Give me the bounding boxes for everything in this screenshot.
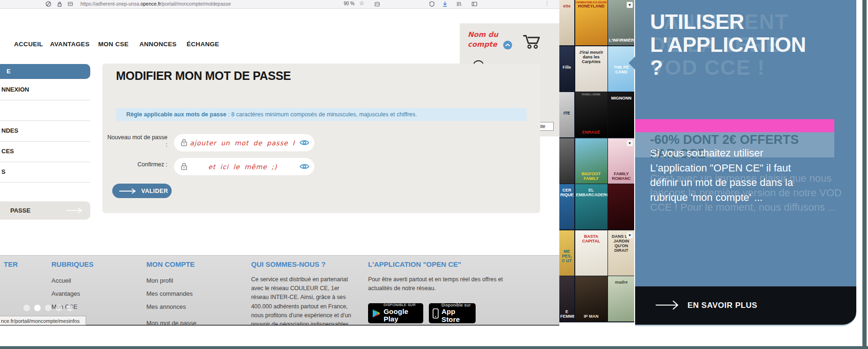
sidebar-item[interactable]: NDES [0, 121, 90, 142]
panel-left-notch [629, 57, 635, 70]
shield-permissions-icon[interactable] [45, 1, 51, 7]
poster-title: BASTA CAPITAL [576, 234, 607, 243]
footer-link-mes-annonces[interactable]: Mes annonces [146, 303, 186, 310]
footer-link-mon-profil[interactable]: Mon profil [146, 277, 173, 284]
slide-title: UTILISER L'APPLICATION ? [650, 10, 806, 79]
movie-poster: Fille [559, 46, 574, 92]
sidebar-menu: NNEXION NDES CES S [0, 80, 90, 203]
account-name[interactable]: Nom du compte [468, 30, 498, 50]
footer-rubriques-heading: RUBRIQUES [51, 260, 94, 268]
movie-poster [608, 184, 634, 229]
movie-poster: J'irai mourir dans les CarpAtes [575, 46, 608, 92]
movie-poster: CER RIQUE [559, 184, 574, 229]
window-edge-bottom [0, 346, 868, 349]
movie-poster: 2 NOMINATIONS AUX OSCARSHONEYLAND [575, 0, 608, 45]
movie-poster: E FEMME [559, 276, 574, 321]
lock-icon [181, 162, 188, 171]
arrow-right-icon [119, 188, 137, 194]
nav-echange[interactable]: ÉCHANGE [187, 41, 219, 48]
movie-poster: BIGFOOT FAMILY [575, 138, 608, 184]
favorite-heart-icon: ♥ [627, 232, 633, 238]
nav-mon-cse[interactable]: MON CSE [98, 41, 129, 48]
status-bar-link-preview: nce.fr/portail/moncompte/mesinfos [0, 316, 86, 325]
new-password-input[interactable] [174, 134, 314, 151]
footer-qui-text: Ce service est distribué en partenariat … [251, 275, 351, 326]
poster-title: ette [560, 4, 573, 8]
nav-avantages[interactable]: AVANTAGES [50, 41, 89, 48]
zoom-level[interactable]: 90 % [344, 1, 354, 6]
sidebar-item[interactable]: NNEXION [0, 80, 90, 100]
movie-poster: madre [608, 276, 634, 321]
library-icon[interactable] [456, 1, 462, 7]
carousel-dot[interactable] [66, 305, 73, 311]
footer-link-mot-de-passe[interactable]: Mon mot de passe [146, 320, 196, 326]
poster-title: ME PES, C UT [560, 249, 573, 263]
poster-title: CER RIQUE [560, 188, 573, 197]
poster-title: madre [609, 280, 634, 285]
google-play-badge[interactable]: DISPONIBLE SURGoogle Play [368, 303, 423, 323]
poster-title: HONEYLAND [576, 4, 607, 8]
sidebar-item-active-top[interactable]: E [0, 64, 90, 79]
footer-link-avantages[interactable]: Avantages [51, 290, 80, 297]
star-icon[interactable]: ☆ [359, 0, 364, 7]
nav-annonces[interactable]: ANNONCES [139, 41, 177, 48]
poster-title: IP MAN [576, 314, 607, 319]
confirm-password-input[interactable] [174, 158, 314, 175]
promo-panel: LANCEMENT DE LA 1ERE VOD CCE ! UTILISER … [635, 0, 856, 286]
poster-wall: ette2 NOMINATIONS AUX OSCARSHONEYLANDL'I… [559, 0, 634, 322]
sidebar-item[interactable]: S [0, 162, 90, 183]
arrow-right-icon [655, 299, 681, 311]
chevron-up-icon[interactable] [503, 41, 512, 50]
footer-link-accueil[interactable]: Accueil [51, 277, 71, 284]
download-icon[interactable] [442, 1, 448, 7]
reader-icon[interactable] [67, 1, 73, 7]
en-savoir-plus-button[interactable]: EN SAVOIR PLUS [635, 286, 856, 326]
movie-poster: FAMILY ROMANC♥ [608, 138, 634, 184]
movie-poster: L'INFIRMIÈRE♥ [608, 0, 634, 45]
valider-label: VALIDER [141, 188, 168, 194]
window-edge-right [862, 0, 867, 349]
carousel-dot[interactable] [45, 305, 51, 311]
footer-qui-heading: QUI SOMMES-NOUS ? [251, 260, 326, 268]
lock-icon [181, 138, 188, 147]
url-prefix: https://adherent-snep-unsa. [80, 1, 140, 7]
nav-accueil[interactable]: ACCUEIL [14, 41, 43, 48]
carousel-dot[interactable] [23, 305, 30, 311]
menu-dots-icon[interactable]: ⋮ [544, 0, 550, 7]
sidebar-item-mot-de-passe[interactable]: PASSE [0, 201, 90, 220]
poster-title: EL EMBARCADERO [576, 188, 607, 197]
eye-icon[interactable] [299, 163, 310, 170]
poster-title: MIGNONN [609, 96, 634, 100]
poster-title: ENRAGÉ [576, 130, 607, 135]
footer-app-text: Pour être averti partout et en temps rée… [368, 275, 504, 293]
valider-button[interactable]: VALIDER [112, 184, 172, 198]
carousel-dot-active[interactable] [34, 305, 41, 311]
extension-icon[interactable] [374, 1, 380, 7]
footer-contact-heading: TER [4, 260, 18, 268]
browser-toolbar: https://adherent-snep-unsa.opence.fr/por… [0, 0, 559, 9]
shield-check-icon[interactable] [429, 1, 435, 7]
url-bar[interactable]: https://adherent-snep-unsa.opence.fr/por… [80, 1, 231, 7]
cart-icon[interactable] [521, 32, 542, 50]
password-card: MODIFIER MON MOT DE PASSE Règle applicab… [102, 64, 540, 213]
footer: TER RUBRIQUES Accueil Avantages Mon CSE … [0, 255, 559, 326]
phone-icon [433, 308, 439, 319]
favorite-heart-icon: ♥ [627, 2, 633, 8]
movie-poster: ette [559, 0, 574, 45]
app-store-badge[interactable]: Disponible surApp Store [429, 303, 476, 323]
lock-icon[interactable] [57, 1, 63, 7]
carousel-dots [23, 305, 73, 311]
movie-poster [559, 138, 574, 184]
confirm-password-label: Confirmez : [107, 161, 167, 168]
sidebar-item[interactable]: CES [0, 142, 90, 162]
sidebar-icon[interactable] [471, 1, 477, 7]
poster-title: J'irai mourir dans les CarpAtes [576, 50, 607, 64]
sidebar-item[interactable] [0, 183, 90, 203]
sidebar-item[interactable] [0, 100, 90, 121]
url-path: /portail/moncompte/motdepasse [161, 1, 231, 7]
footer-link-mes-commandes[interactable]: Mes commandes [146, 290, 193, 297]
url-domain: opence.fr [140, 1, 161, 7]
eye-icon[interactable] [299, 139, 310, 146]
arrow-right-icon [66, 207, 84, 214]
carousel-dot[interactable] [56, 305, 62, 311]
